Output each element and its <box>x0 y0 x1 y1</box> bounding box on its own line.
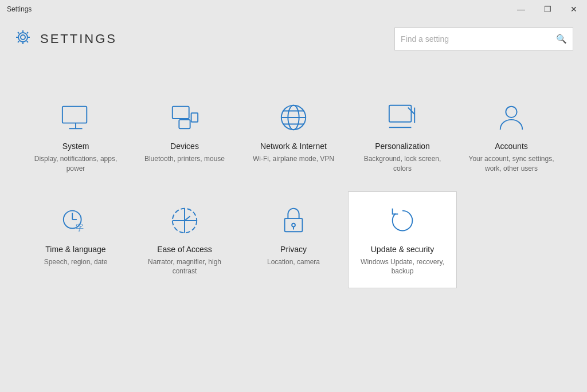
search-icon: 🔍 <box>556 34 567 44</box>
close-button[interactable]: ✕ <box>561 0 587 18</box>
network-desc: Wi-Fi, airplane mode, VPN <box>253 154 334 164</box>
system-icon <box>58 100 93 135</box>
privacy-name: Privacy <box>280 245 307 254</box>
settings-item-network[interactable]: Network & Internet Wi-Fi, airplane mode,… <box>239 88 348 186</box>
devices-icon <box>167 100 202 135</box>
privacy-icon <box>276 203 311 238</box>
time-desc: Speech, region, date <box>44 257 108 267</box>
title-bar: Settings — ❐ ✕ <box>0 0 587 18</box>
main-content: System Display, notifications, apps, pow… <box>0 60 587 300</box>
settings-item-privacy[interactable]: Privacy Location, camera <box>239 191 348 289</box>
minimize-button[interactable]: — <box>508 0 534 18</box>
network-icon <box>276 100 311 135</box>
svg-point-18 <box>506 107 516 117</box>
settings-item-update[interactable]: Update & security Windows Update, recove… <box>348 191 457 289</box>
ease-desc: Narrator, magnifier, high contrast <box>139 257 230 277</box>
ease-icon <box>167 203 202 238</box>
settings-item-accounts[interactable]: Accounts Your account, sync settings, wo… <box>457 88 566 186</box>
settings-item-personalization[interactable]: Personalization Background, lock screen,… <box>348 88 457 186</box>
settings-item-time[interactable]: 字 Time & language Speech, region, date <box>21 191 130 289</box>
title-bar-label: Settings <box>7 5 32 13</box>
time-icon: 字 <box>58 203 93 238</box>
devices-name: Devices <box>170 142 199 151</box>
window-controls: — ❐ ✕ <box>508 0 587 18</box>
accounts-name: Accounts <box>495 142 528 151</box>
personalization-desc: Background, lock screen, colors <box>357 154 448 174</box>
svg-point-1 <box>18 33 28 42</box>
personalization-icon <box>385 100 420 135</box>
devices-desc: Bluetooth, printers, mouse <box>144 154 225 164</box>
maximize-button[interactable]: ❐ <box>534 0 561 18</box>
accounts-desc: Your account, sync settings, work, other… <box>465 154 557 174</box>
update-icon <box>385 203 420 238</box>
search-box[interactable]: 🔍 <box>394 28 573 50</box>
system-name: System <box>62 142 89 151</box>
header-branding: SETTINGS <box>14 28 117 50</box>
update-desc: Windows Update, recovery, backup <box>357 257 448 277</box>
svg-rect-6 <box>179 120 190 128</box>
app-header: SETTINGS 🔍 <box>0 18 587 60</box>
svg-rect-5 <box>173 107 189 119</box>
privacy-desc: Location, camera <box>267 257 320 267</box>
svg-point-0 <box>21 35 25 40</box>
settings-gear-icon <box>14 28 32 50</box>
svg-rect-26 <box>285 218 303 232</box>
svg-rect-2 <box>62 107 87 123</box>
svg-rect-7 <box>191 113 198 121</box>
app-title: SETTINGS <box>40 32 117 46</box>
personalization-name: Personalization <box>375 142 430 151</box>
system-desc: Display, notifications, apps, power <box>30 154 122 174</box>
ease-name: Ease of Access <box>157 245 212 254</box>
time-name: Time & language <box>45 245 105 254</box>
settings-item-system[interactable]: System Display, notifications, apps, pow… <box>21 88 130 186</box>
search-input[interactable] <box>401 34 553 44</box>
settings-item-devices[interactable]: Devices Bluetooth, printers, mouse <box>130 88 239 186</box>
update-name: Update & security <box>371 245 435 254</box>
svg-point-27 <box>292 223 295 226</box>
svg-text:字: 字 <box>76 224 84 232</box>
settings-grid: System Display, notifications, apps, pow… <box>21 88 566 288</box>
network-name: Network & Internet <box>260 142 327 151</box>
accounts-icon <box>494 100 529 135</box>
settings-item-ease[interactable]: Ease of Access Narrator, magnifier, high… <box>130 191 239 289</box>
